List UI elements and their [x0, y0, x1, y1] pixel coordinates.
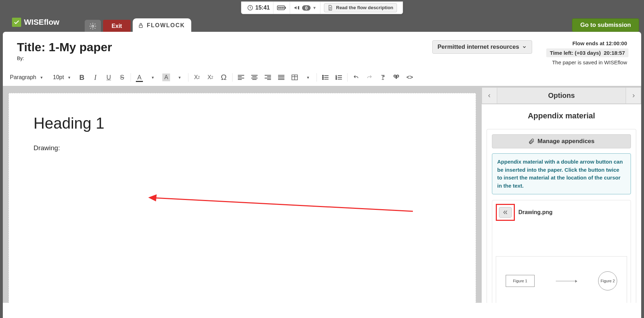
- align-justify-button[interactable]: [275, 72, 288, 83]
- font-size-select[interactable]: 10pt▼: [50, 73, 75, 82]
- preview-arrow-icon: [556, 281, 577, 281]
- permitted-label: Permitted internet resources: [438, 43, 519, 51]
- align-left-button[interactable]: [235, 72, 247, 83]
- preview-figure-2: Figure 2: [598, 271, 617, 290]
- announcements-group[interactable]: 0 ▼: [290, 2, 320, 14]
- annotation-arrow: [148, 194, 416, 216]
- chevron-down-icon: ▼: [313, 6, 317, 10]
- flowlock-tab[interactable]: FLOWLOCK: [133, 18, 191, 33]
- go-to-submission-label: Go to submission: [580, 22, 631, 29]
- brand-logo: WISEflow: [12, 18, 59, 27]
- header-right-group: Permitted internet resources Flow ends a…: [432, 40, 628, 65]
- flow-ends-text: Flow ends at 12:00:00: [572, 40, 628, 46]
- title-block: Title: 1-My paper By:: [17, 40, 112, 61]
- side-panel-title: Options: [497, 87, 626, 104]
- table-button[interactable]: [288, 72, 301, 83]
- text-color-dropdown[interactable]: ▼: [146, 72, 159, 83]
- side-panel-body: Appendix material Manage appendices Appe…: [482, 104, 641, 303]
- undo-button[interactable]: [350, 72, 362, 83]
- editor-toolbar: Paragraph▼ 10pt▼ B I U S A ▼ A ▼ X2 X2 Ω…: [3, 69, 641, 87]
- highlight-dropdown[interactable]: ▼: [173, 72, 186, 83]
- appendix-card: Manage appendices Appendix material with…: [487, 129, 636, 303]
- sheet-header: Title: 1-My paper By: Permitted internet…: [3, 32, 641, 69]
- appendix-section-title: Appendix material: [487, 111, 636, 120]
- highlight-button[interactable]: A: [160, 72, 173, 83]
- current-time: 15:41: [255, 5, 270, 11]
- go-to-submission-button[interactable]: Go to submission: [572, 18, 639, 32]
- top-floating-toolbar: 15:41 0 ▼ Read the flow description: [241, 1, 403, 14]
- appendix-filename: Drawing.png: [518, 209, 553, 216]
- text-color-button[interactable]: A: [133, 72, 146, 83]
- insert-appendix-button[interactable]: [499, 207, 512, 218]
- appendix-item: Drawing.png Figure 1 Figure 2: [492, 200, 631, 303]
- flowlock-label: FLOWLOCK: [147, 22, 185, 29]
- time-left-label: Time left:: [550, 50, 573, 56]
- saved-message: The paper is saved in WISEflow: [552, 59, 628, 65]
- current-time-group: 15:41: [243, 2, 274, 14]
- svg-line-17: [155, 198, 413, 211]
- side-prev-button[interactable]: [482, 87, 497, 104]
- header-tabs: Exit FLOWLOCK: [85, 18, 191, 33]
- numbered-list-button[interactable]: 123: [332, 72, 345, 83]
- battery-group: [273, 2, 290, 14]
- exit-button[interactable]: Exit: [103, 20, 131, 33]
- redo-button[interactable]: [363, 72, 376, 83]
- byline: By:: [17, 55, 112, 61]
- svg-point-11: [323, 79, 324, 80]
- svg-rect-7: [139, 25, 143, 28]
- exit-label: Exit: [112, 23, 122, 29]
- svg-point-9: [323, 75, 324, 76]
- gear-icon: [89, 22, 97, 30]
- special-char-button[interactable]: Ω: [217, 72, 230, 83]
- clock-icon: [247, 5, 253, 11]
- superscript-button[interactable]: X2: [204, 72, 217, 83]
- bold-button[interactable]: B: [76, 72, 88, 83]
- align-center-button[interactable]: [248, 72, 261, 83]
- read-flow-description-button[interactable]: Read the flow description: [324, 3, 397, 12]
- time-left-badge: Time left: (+03 days) 20:18:57: [546, 48, 628, 57]
- chevron-down-icon: [522, 45, 527, 49]
- align-right-button[interactable]: [261, 72, 274, 83]
- manage-appendices-label: Manage appendices: [537, 138, 595, 145]
- preview-figure-1: Figure 1: [506, 275, 535, 287]
- document-icon: [328, 5, 333, 11]
- side-next-button[interactable]: [626, 87, 641, 104]
- svg-point-10: [323, 77, 324, 78]
- strikethrough-button[interactable]: S: [116, 72, 128, 83]
- read-flow-label: Read the flow description: [336, 5, 393, 10]
- appendix-info-box: Appendix material with a double arrow bu…: [492, 153, 631, 194]
- underline-button[interactable]: U: [102, 72, 115, 83]
- svg-rect-4: [281, 7, 282, 9]
- brand-icon: [12, 18, 21, 27]
- find-button[interactable]: [390, 72, 403, 83]
- caret-down-icon: ▼: [67, 76, 71, 80]
- document-heading: Heading 1: [34, 114, 451, 132]
- svg-point-16: [397, 75, 399, 77]
- svg-rect-5: [282, 7, 284, 9]
- clear-format-button[interactable]: [377, 72, 389, 83]
- subscript-button[interactable]: X2: [191, 72, 203, 83]
- block-format-select[interactable]: Paragraph▼: [7, 73, 49, 82]
- main-sheet: Title: 1-My paper By: Permitted internet…: [3, 32, 641, 318]
- block-format-value: Paragraph: [10, 74, 36, 81]
- megaphone-icon: [294, 5, 300, 11]
- italic-button[interactable]: I: [89, 72, 102, 83]
- double-chevron-left-icon: [502, 210, 509, 215]
- settings-tab[interactable]: [85, 20, 101, 33]
- bullet-list-button[interactable]: [319, 72, 332, 83]
- time-left-clock: 20:18:57: [604, 50, 625, 56]
- appendix-preview: Figure 1 Figure 2: [496, 256, 627, 303]
- svg-point-6: [92, 25, 94, 27]
- permitted-resources-dropdown[interactable]: Permitted internet resources: [432, 40, 532, 54]
- source-code-button[interactable]: <>: [403, 72, 416, 83]
- manage-appendices-button[interactable]: Manage appendices: [492, 134, 631, 148]
- side-panel: Options Appendix material Manage appendi…: [480, 87, 641, 303]
- caret-down-icon: ▼: [40, 76, 43, 80]
- lock-icon: [138, 22, 144, 29]
- side-panel-header: Options: [482, 87, 641, 104]
- svg-point-15: [394, 75, 396, 77]
- battery-icon: [277, 5, 286, 11]
- table-dropdown[interactable]: ▼: [302, 72, 314, 83]
- brand-text: WISEflow: [24, 18, 59, 27]
- paperclip-icon: [528, 138, 535, 145]
